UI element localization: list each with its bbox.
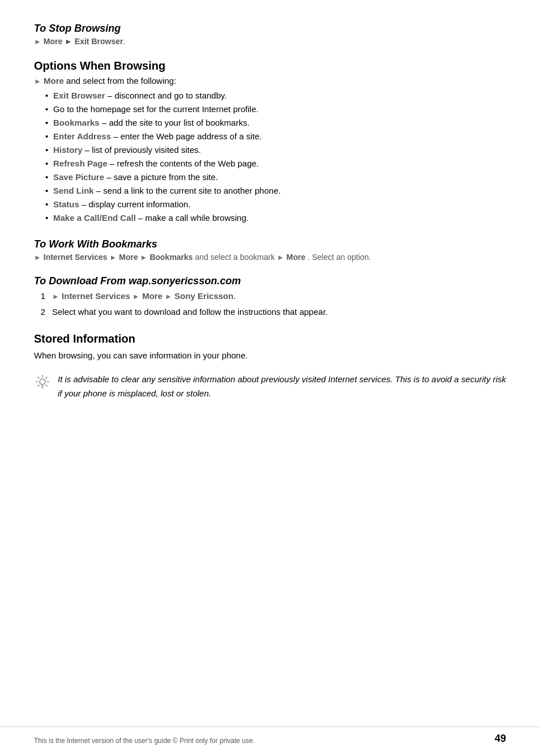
- arrow-icon: ►: [110, 253, 117, 262]
- tip-sun-icon: [35, 374, 50, 390]
- work-bookmarks-section: To Work With Bookmarks ► Internet Servic…: [34, 238, 506, 262]
- svg-point-0: [40, 379, 45, 385]
- item-highlight: Exit Browser: [53, 91, 105, 100]
- options-arrow-icon: ►: [34, 77, 41, 86]
- item-highlight: Status: [53, 199, 79, 209]
- stored-info-desc: When browsing, you can save information …: [34, 349, 506, 362]
- svg-line-8: [38, 385, 40, 387]
- arrow-icon: ►: [34, 253, 41, 262]
- svg-line-7: [46, 377, 48, 379]
- wb-nav3: Bookmarks: [149, 253, 192, 262]
- list-item: 1 ► Internet Services ► More ► Sony Eric…: [34, 289, 506, 303]
- tip-text: It is advisable to clear any sensitive i…: [58, 373, 506, 401]
- list-item: Enter Address – enter the Web page addre…: [45, 130, 506, 143]
- item-highlight: Refresh Page: [53, 159, 108, 168]
- wb-nav1: Internet Services: [44, 253, 110, 262]
- footer-text: This is the Internet version of the user…: [34, 737, 255, 745]
- stop-browsing-instruction: ► More ► Exit Browser.: [34, 37, 506, 46]
- item-highlight: Enter Address: [53, 131, 111, 141]
- stop-browsing-arrow2: ►: [65, 37, 75, 46]
- download-list: 1 ► Internet Services ► More ► Sony Eric…: [34, 289, 506, 319]
- list-item: Make a Call/End Call – make a call while…: [45, 211, 506, 225]
- options-intro: ► More and select from the following:: [34, 76, 506, 86]
- stored-info-title: Stored Information: [34, 332, 506, 345]
- download-title: To Download From wap.sonyericsson.com: [34, 275, 506, 287]
- page-footer: This is the Internet version of the user…: [0, 727, 540, 745]
- list-item: Save Picture – save a picture from the s…: [45, 170, 506, 184]
- svg-line-5: [38, 377, 40, 379]
- list-item: 2 Select what you want to download and f…: [34, 305, 506, 319]
- tip-icon: [34, 374, 51, 393]
- item-highlight: Bookmarks: [53, 118, 100, 127]
- dl-nav3: Sony Ericsson: [174, 291, 233, 301]
- options-intro-text: and select from the following:: [66, 76, 176, 86]
- options-list: Exit Browser – disconnect and go to stan…: [34, 89, 506, 225]
- wb-nav2: More: [119, 253, 140, 262]
- page-number: 49: [495, 733, 506, 745]
- arrow-icon-1: ►: [34, 37, 41, 46]
- svg-line-6: [46, 385, 48, 387]
- stop-browsing-exit: Exit Browser: [75, 37, 123, 46]
- stored-info-section: Stored Information When browsing, you ca…: [34, 332, 506, 401]
- download-section: To Download From wap.sonyericsson.com 1 …: [34, 275, 506, 319]
- stop-browsing-section: To Stop Browsing ► More ► Exit Browser.: [34, 23, 506, 46]
- list-item: Bookmarks – add the site to your list of…: [45, 116, 506, 130]
- item-highlight: Make a Call/End Call: [53, 213, 136, 223]
- arrow-icon: ►: [140, 253, 148, 262]
- list-item: Go to the homepage set for the current I…: [45, 102, 506, 116]
- dl-nav2: More: [142, 291, 165, 301]
- arrow-icon: ►: [52, 292, 59, 301]
- wb-nav4: More: [286, 253, 305, 262]
- list-item: Send Link – send a link to the current s…: [45, 184, 506, 198]
- options-browsing-section: Options When Browsing ► More and select …: [34, 59, 506, 225]
- item-highlight: History: [53, 145, 83, 155]
- list-item: History – list of previously visited sit…: [45, 143, 506, 157]
- arrow-icon: ►: [277, 253, 284, 262]
- stop-browsing-title: To Stop Browsing: [34, 23, 506, 35]
- item-highlight: Send Link: [53, 186, 94, 195]
- stop-browsing-more: More: [44, 37, 62, 46]
- work-bookmarks-title: To Work With Bookmarks: [34, 238, 506, 250]
- options-browsing-title: Options When Browsing: [34, 59, 506, 72]
- arrow-icon: ►: [132, 292, 140, 301]
- list-item: Status – display current information.: [45, 198, 506, 211]
- list-item: Exit Browser – disconnect and go to stan…: [45, 89, 506, 102]
- item-highlight: Save Picture: [53, 172, 104, 182]
- page-content: To Stop Browsing ► More ► Exit Browser. …: [34, 23, 506, 401]
- dl-nav1: Internet Services: [62, 291, 132, 301]
- list-item: Refresh Page – refresh the contents of t…: [45, 157, 506, 170]
- work-bookmarks-instruction: ► Internet Services ► More ► Bookmarks a…: [34, 253, 506, 262]
- arrow-icon: ►: [165, 292, 172, 301]
- options-more: More: [44, 76, 64, 86]
- tip-box: It is advisable to clear any sensitive i…: [34, 373, 506, 401]
